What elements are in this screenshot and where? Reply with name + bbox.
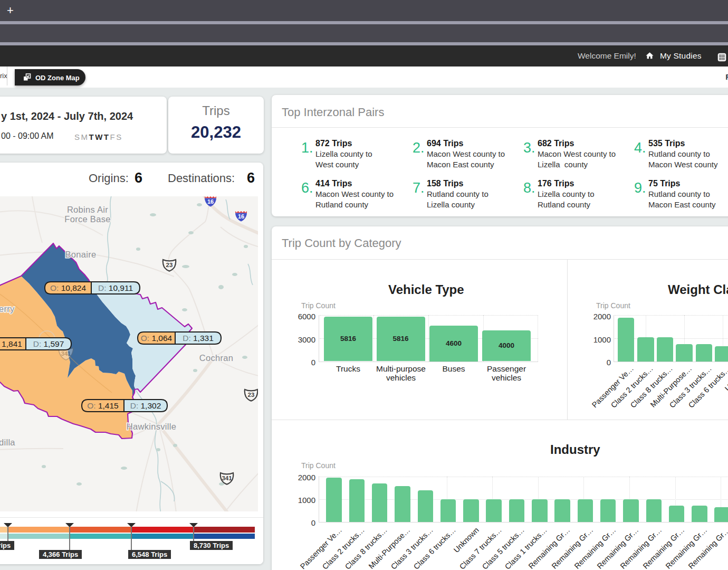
svg-text:Bonaire: Bonaire bbox=[65, 250, 97, 259]
svg-text:Cochran: Cochran bbox=[199, 353, 233, 363]
svg-text:23: 23 bbox=[166, 262, 173, 268]
svg-text:341: 341 bbox=[222, 475, 232, 481]
svg-text:Force Base: Force Base bbox=[64, 214, 110, 224]
svg-text:23: 23 bbox=[248, 392, 255, 398]
svg-text:Hawkinsville: Hawkinsville bbox=[127, 422, 176, 431]
svg-text:D: 1,597: D: 1,597 bbox=[33, 339, 64, 348]
svg-text:1,841: 1,841 bbox=[2, 339, 22, 348]
svg-text:Robins Air: Robins Air bbox=[67, 205, 108, 214]
svg-text:D: 1,331: D: 1,331 bbox=[183, 334, 214, 343]
svg-text:O: 1,415: O: 1,415 bbox=[87, 401, 118, 410]
svg-text:16: 16 bbox=[238, 213, 244, 220]
svg-text:D: 10,911: D: 10,911 bbox=[98, 283, 133, 292]
svg-text:erry: erry bbox=[0, 304, 15, 314]
svg-text:O: 10,824: O: 10,824 bbox=[50, 283, 86, 292]
svg-text:D: 1,302: D: 1,302 bbox=[130, 401, 161, 410]
svg-text:dilla: dilla bbox=[0, 438, 15, 447]
svg-text:16: 16 bbox=[207, 198, 214, 205]
svg-text:O: 1,064: O: 1,064 bbox=[141, 334, 173, 343]
